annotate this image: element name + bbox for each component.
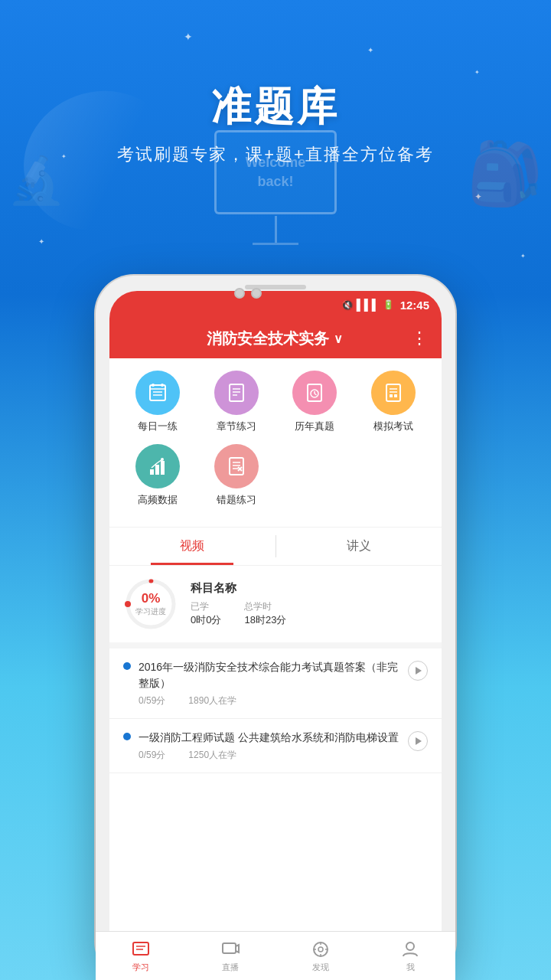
phone-mockup: 🔇 ▌▌▌ 🔋 12:45 消防安全技术实务 ∨ ⋮ [96,276,455,980]
course-list: 2016年一级消防安全技术综合能力考试真题答案（非完整版） 0/59分 1890… [109,648,442,773]
course-content: 一级消防工程师试题 公共建筑给水系统和消防电梯设置 0/59分 1250人在学 [139,730,400,762]
menu-grid-row2: 高频数据 错题练习 [109,444,442,527]
nav-discover[interactable]: 发现 [276,939,366,965]
app-subtitle: 考试刷题专家，课+题+直播全方位备考 [0,143,551,166]
camera-right [251,288,262,299]
svg-point-5 [161,384,164,387]
course-title: 一级消防工程师试题 公共建筑给水系统和消防电梯设置 [139,730,400,746]
time-display: 12:45 [400,299,429,312]
svg-rect-23 [230,458,243,475]
menu-chapter[interactable]: 章节练习 [197,371,276,433]
course-item[interactable]: 2016年一级消防安全技术综合能力考试真题答案（非完整版） 0/59分 1890… [109,648,442,719]
svg-point-4 [152,384,155,387]
menu-past-label: 历年真题 [295,420,334,433]
svg-rect-0 [150,385,165,400]
play-triangle-icon [416,737,422,745]
nav-study-label: 学习 [132,962,149,965]
menu-mock-exam[interactable]: 模拟考试 [354,371,433,433]
dropdown-icon[interactable]: ∨ [334,332,343,346]
menu-mock-label: 模拟考试 [373,420,413,433]
app-header: 消防安全技术实务 ∨ ⋮ [109,318,442,358]
svg-point-31 [125,601,131,607]
discover-icon [310,939,331,960]
signal-icon: ▌▌▌ [357,299,380,311]
camera-left [234,288,245,299]
svg-line-13 [315,394,317,395]
svg-point-42 [406,942,414,950]
more-icon[interactable]: ⋮ [411,328,428,348]
course-bullet [123,662,131,670]
bottom-nav: 学习 直播 [109,931,442,965]
study-icon [130,939,152,960]
course-content: 2016年一级消防安全技术综合能力考试真题答案（非完整版） 0/59分 1890… [139,659,400,707]
svg-point-37 [318,947,323,952]
svg-point-22 [161,458,164,461]
nav-study[interactable]: 学习 [109,939,186,965]
course-score: 0/59分 [139,749,165,762]
svg-rect-6 [230,384,243,401]
course-students: 1250人在学 [188,749,236,762]
svg-rect-35 [223,943,236,953]
studied-stat: 已学 0时0分 [191,600,221,627]
course-item[interactable]: 一级消防工程师试题 公共建筑给水系统和消防电梯设置 0/59分 1250人在学 [109,719,442,773]
tab-handout[interactable]: 讲义 [276,528,442,565]
menu-daily-label: 每日一练 [138,420,178,433]
svg-rect-32 [133,942,148,955]
subject-name: 科目名称 [191,581,428,596]
total-stat: 总学时 18时23分 [244,600,286,627]
progress-info: 科目名称 已学 0时0分 总学时 18时23分 [191,581,428,627]
svg-rect-20 [155,465,159,475]
menu-high-freq[interactable]: 高频数据 [119,444,197,507]
svg-rect-17 [390,394,393,397]
menu-grid: 每日一练 章节练习 [109,358,442,444]
nav-live[interactable]: 直播 [186,939,276,965]
menu-past-exams[interactable]: 历年真题 [276,371,354,433]
nav-profile-label: 我 [406,962,415,965]
svg-rect-19 [150,469,154,475]
course-score: 0/59分 [139,694,165,707]
menu-wrong-practice[interactable]: 错题练习 [197,444,276,507]
live-icon [220,939,241,960]
status-bar: 🔇 ▌▌▌ 🔋 12:45 [109,291,442,318]
menu-daily-practice[interactable]: 每日一练 [119,371,197,433]
menu-wrong-label: 错题练习 [217,493,256,507]
nav-discover-label: 发现 [312,962,329,965]
progress-section: 0% 学习进度 科目名称 已学 0时0分 总学时 18时23分 [109,566,442,648]
svg-rect-14 [386,384,400,401]
header-subject: 消防安全技术实务 [207,328,329,349]
nav-live-label: 直播 [222,962,239,965]
play-triangle-icon [416,667,422,675]
profile-icon [399,939,421,960]
tab-video[interactable]: 视频 [109,528,276,565]
course-students: 1890人在学 [188,694,236,707]
battery-icon: 🔋 [383,299,394,310]
course-bullet [123,733,131,740]
mute-icon: 🔇 [341,299,354,311]
app-title: 准题库 [0,80,551,134]
menu-chapter-label: 章节练习 [217,420,256,433]
menu-highfreq-label: 高频数据 [138,493,178,507]
svg-rect-18 [394,394,397,397]
play-button[interactable] [408,731,428,751]
progress-label: 学习进度 [135,606,166,617]
nav-profile[interactable]: 我 [366,939,442,965]
progress-percent: 0% [135,591,166,606]
tabs: 视频 讲义 [109,527,442,566]
progress-circle: 0% 学习进度 [123,577,178,632]
svg-rect-21 [161,461,165,475]
play-button[interactable] [408,661,428,681]
course-title: 2016年一级消防安全技术综合能力考试真题答案（非完整版） [139,659,400,691]
